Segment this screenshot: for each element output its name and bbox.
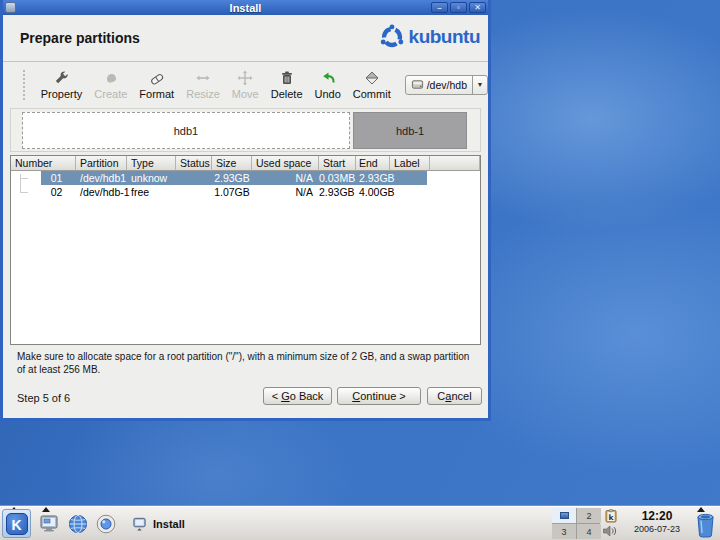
column-header-filler [430,156,480,171]
property-button[interactable]: Property [35,69,89,101]
cell-start: 0.03MB [319,171,356,185]
clock-date: 2006-07-23 [624,524,690,534]
disk-icon [411,78,424,91]
move-button[interactable]: Move [226,69,265,101]
volume-tray-icon[interactable] [602,524,617,540]
column-header-partition[interactable]: Partition [76,156,127,171]
undo-button[interactable]: Undo [309,69,347,101]
column-header-number[interactable]: Number [11,156,76,171]
table-header: Number Partition Type Status Size Used s… [11,156,480,171]
maximize-button[interactable]: ▫ [450,2,467,13]
column-header-used-space[interactable]: Used space [252,156,319,171]
resize-button[interactable]: Resize [180,69,226,101]
kmenu-icon: K [6,513,28,535]
format-button[interactable]: Format [133,69,180,101]
globe-icon [67,513,89,535]
titlebar[interactable]: Install – ▫ ✕ [3,0,488,15]
kmenu-button[interactable]: K [2,509,31,538]
device-selector-value: /dev/hdb [427,79,467,91]
pager-desktop-1[interactable] [552,508,576,523]
cell-status [176,171,212,185]
partition-segment-hdb1[interactable]: hdb1 [22,112,350,149]
partition-table: Number Partition Type Status Size Used s… [10,155,481,345]
window-title: Install [3,2,488,14]
partition-segment-hdb-1[interactable]: hdb-1 [353,112,467,149]
pager-desktop-3[interactable]: 3 [552,524,576,539]
device-selector-arrow[interactable]: ▼ [472,76,487,94]
cell-label [390,185,430,199]
column-header-end[interactable]: End [356,156,390,171]
column-header-type[interactable]: Type [127,156,176,171]
system-icon [39,513,61,535]
delete-button[interactable]: Delete [265,69,309,101]
cell-size: 1.07GB [212,185,252,199]
pager-window-thumb [560,512,569,519]
trash-can-icon [695,511,716,538]
kubuntu-logo-icon [379,24,405,50]
cell-end: 4.00GB [356,185,390,199]
step-indicator: Step 5 of 6 [17,392,70,404]
cell-partition: /dev/hdb1 [76,171,127,185]
trash-applet[interactable] [695,511,716,540]
column-header-status[interactable]: Status [176,156,212,171]
desktop-pager: 2 3 4 [552,508,600,539]
system-launcher[interactable] [36,510,63,537]
page-title: Prepare partitions [20,30,140,46]
web-browser-launcher[interactable] [64,510,91,537]
cell-end: 2.93GB [356,171,390,185]
note-text: Make sure to allocate space for a root p… [17,351,479,376]
install-task-icon [132,516,147,531]
cell-number: 01 [11,171,76,185]
desktop: Install – ▫ ✕ Prepare partitions kub [0,0,720,540]
table-row-hdb-1[interactable]: 02 /dev/hdb-1 free 1.07GB N/A 2.93GB 4.0… [11,185,480,199]
cell-label [390,171,430,185]
close-button[interactable]: ✕ [469,2,486,13]
move-arrows-icon [237,70,253,87]
eraser-icon [149,70,165,87]
cell-size: 2.93GB [212,171,252,185]
cell-used-space: N/A [252,171,319,185]
device-selector[interactable]: /dev/hdb ▼ [405,75,488,95]
commit-diamond-icon [364,70,380,87]
undo-arrow-icon [320,70,336,87]
resize-arrows-icon [195,70,211,87]
partition-segment-label: hdb-1 [396,125,424,137]
clock-time: 12:20 [624,509,690,523]
taskbar-task-install[interactable]: Install [126,511,191,536]
commit-button[interactable]: Commit [347,69,397,101]
clock[interactable]: 12:20 2006-07-23 [624,509,690,534]
table-row-hdb1[interactable]: 01 /dev/hdb1 unknow 2.93GB N/A 0.03MB 2.… [11,171,480,185]
minimize-button[interactable]: – [431,2,448,13]
column-header-label[interactable]: Label [390,156,430,171]
cell-type: free [127,185,176,199]
trash-icon [279,70,295,87]
pager-desktop-4[interactable]: 4 [577,524,601,539]
header-strip: Prepare partitions kubuntu [3,15,488,62]
column-header-start[interactable]: Start [319,156,356,171]
partition-visual-bar: hdb1 hdb-1 [10,108,481,152]
help-icon [95,513,117,535]
cell-start: 2.93GB [319,185,356,199]
cancel-button[interactable]: Cancel [427,387,482,405]
cell-number: 02 [11,185,76,199]
create-icon [103,70,119,87]
pager-desktop-2[interactable]: 2 [577,508,601,523]
toolbar-drag-handle[interactable] [23,70,27,100]
continue-button[interactable]: Continue > [337,387,421,405]
cell-used-space: N/A [252,185,319,199]
cell-partition: /dev/hdb-1 [76,185,127,199]
help-launcher[interactable] [92,510,119,537]
kubuntu-logo: kubuntu [379,24,480,50]
install-window: Install – ▫ ✕ Prepare partitions kub [0,0,491,421]
create-button[interactable]: Create [88,69,133,101]
cell-status [176,185,212,199]
column-header-size[interactable]: Size [212,156,252,171]
cell-type: unknow [127,171,176,185]
wrench-icon [54,70,70,87]
partition-segment-label: hdb1 [174,125,198,137]
kubuntu-wordmark: kubuntu [409,26,480,48]
task-label: Install [153,518,185,530]
toolbar: Property Create Format [3,63,488,106]
go-back-button[interactable]: < Go Back [263,387,332,405]
taskbar: K [0,507,720,540]
